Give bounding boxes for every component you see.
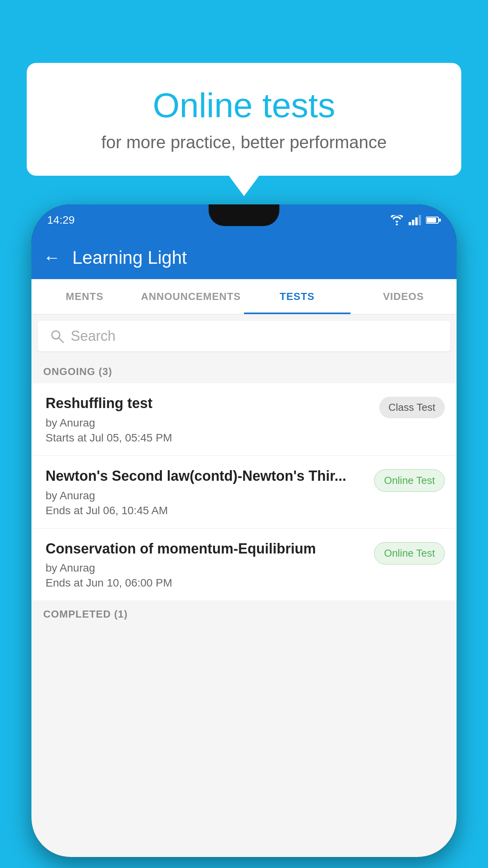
screen-content: Search ONGOING (3) Reshuffling test by A…	[31, 314, 457, 857]
phone-notch	[209, 204, 279, 226]
test-card-2-author: by Anurag	[46, 489, 366, 502]
speech-bubble-subtitle: for more practice, better performance	[58, 132, 430, 152]
test-card-1-date: Starts at Jul 05, 05:45 PM	[46, 432, 371, 444]
search-bar[interactable]: Search	[38, 321, 450, 351]
back-button[interactable]: ←	[43, 248, 61, 267]
svg-rect-6	[427, 218, 436, 223]
search-placeholder: Search	[71, 328, 116, 344]
status-icons	[390, 215, 441, 225]
test-card-3-badge: Online Test	[374, 542, 445, 565]
ongoing-section-header: ONGOING (3)	[31, 358, 457, 383]
svg-rect-3	[415, 217, 418, 225]
search-icon	[50, 329, 64, 344]
test-card-3-date: Ends at Jun 10, 06:00 PM	[46, 577, 366, 589]
tab-videos[interactable]: VIDEOS	[350, 279, 457, 314]
test-card-2[interactable]: Newton's Second law(contd)-Newton's Thir…	[31, 456, 457, 528]
status-bar: 14:29	[31, 204, 457, 236]
svg-rect-1	[409, 222, 411, 225]
test-card-3[interactable]: Conservation of momentum-Equilibrium by …	[31, 529, 457, 601]
tab-announcements[interactable]: ANNOUNCEMENTS	[138, 279, 244, 314]
tab-bar: MENTS ANNOUNCEMENTS TESTS VIDEOS	[31, 279, 457, 314]
app-bar: ← Learning Light	[31, 236, 457, 279]
speech-bubble-title: Online tests	[58, 86, 430, 125]
svg-rect-4	[419, 215, 421, 225]
tab-tests[interactable]: TESTS	[244, 279, 350, 314]
wifi-icon	[390, 215, 404, 225]
test-card-1[interactable]: Reshuffling test by Anurag Starts at Jul…	[31, 383, 457, 455]
completed-section-header: COMPLETED (1)	[31, 601, 457, 625]
signal-icon	[409, 215, 421, 225]
test-card-3-title: Conservation of momentum-Equilibrium	[46, 540, 366, 558]
test-card-2-title: Newton's Second law(contd)-Newton's Thir…	[46, 467, 366, 485]
speech-bubble: Online tests for more practice, better p…	[27, 63, 461, 176]
test-card-1-badge: Class Test	[379, 397, 445, 418]
test-card-3-author: by Anurag	[46, 562, 366, 574]
phone-frame: 14:29 ← Learning Light	[31, 204, 457, 857]
status-time: 14:29	[47, 214, 75, 226]
svg-point-0	[396, 224, 398, 226]
battery-icon	[426, 216, 441, 224]
test-card-2-badge: Online Test	[374, 469, 445, 492]
svg-rect-7	[439, 219, 441, 222]
test-card-3-content: Conservation of momentum-Equilibrium by …	[46, 540, 374, 590]
app-bar-title: Learning Light	[72, 247, 187, 268]
tab-ments[interactable]: MENTS	[31, 279, 138, 314]
test-card-2-date: Ends at Jul 06, 10:45 AM	[46, 504, 366, 517]
test-card-1-author: by Anurag	[46, 417, 371, 429]
test-card-1-content: Reshuffling test by Anurag Starts at Jul…	[46, 394, 379, 444]
svg-rect-2	[412, 220, 415, 225]
svg-line-9	[59, 338, 63, 342]
test-card-1-title: Reshuffling test	[46, 394, 371, 413]
test-card-2-content: Newton's Second law(contd)-Newton's Thir…	[46, 467, 374, 517]
